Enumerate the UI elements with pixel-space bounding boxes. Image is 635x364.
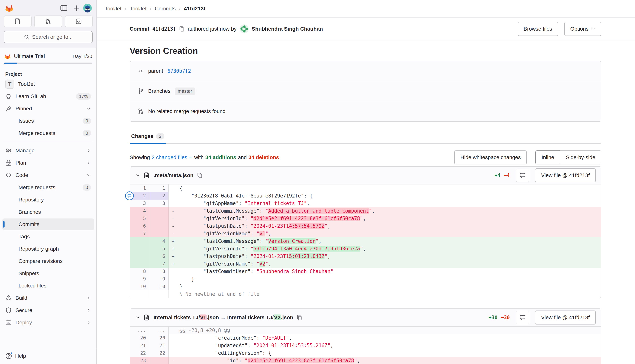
old-line-number[interactable]: 6 (130, 222, 149, 230)
old-line-number[interactable]: 22 (130, 349, 149, 357)
user-avatar[interactable] (83, 4, 92, 12)
old-line-number[interactable]: 20 (130, 334, 149, 342)
sidebar-item-pinned-issues[interactable]: Issues0 (2, 115, 94, 127)
new-line-number[interactable] (149, 230, 168, 237)
new-line-number[interactable]: 1 (149, 184, 168, 192)
sidebar-item-commits[interactable]: Commits (2, 218, 94, 230)
sidebar-item-branches[interactable]: Branches (2, 206, 94, 218)
sidebar-item-pinned[interactable]: Pinned (2, 103, 94, 114)
sidebar-collapse-icon[interactable] (60, 4, 68, 12)
sidebar-item-repository-graph[interactable]: Repository graph (2, 243, 94, 255)
new-line-number[interactable] (149, 207, 168, 215)
new-line-number[interactable]: 3 (149, 200, 168, 207)
sidebar-item-code-merge-requests[interactable]: Merge requests0 (2, 182, 94, 193)
old-line-number[interactable]: 4 (130, 207, 149, 215)
new-line-number[interactable]: 7 (149, 260, 168, 268)
inline-view-button[interactable]: Inline (536, 150, 560, 164)
trial-widget[interactable]: Ultimate Trial Day 1/30 (0, 48, 96, 64)
tab-changes[interactable]: Changes 2 (130, 133, 166, 143)
hide-whitespace-button[interactable]: Hide whitespace changes (454, 150, 527, 164)
old-line-number[interactable] (130, 245, 149, 252)
sidebar-item-tooljet[interactable]: TToolJet (2, 78, 94, 90)
sidebar-item-repository[interactable]: Repository (2, 194, 94, 206)
code-line: + "gitVersionName": "V2", (168, 260, 601, 268)
new-line-number[interactable]: 6 (149, 252, 168, 260)
comment-bubble-button[interactable] (125, 192, 134, 200)
new-line-number[interactable] (149, 290, 168, 298)
options-button[interactable]: Options (564, 22, 602, 36)
new-line-number[interactable]: 9 (149, 275, 168, 283)
view-file-button[interactable]: View file @ 41fd213f (535, 168, 596, 182)
old-line-number[interactable]: 9 (130, 275, 149, 283)
sidebar-item-learn-gitlab[interactable]: Learn GitLab17% (2, 90, 94, 102)
sidebar-item-compare-revisions[interactable]: Compare revisions (2, 255, 94, 267)
copy-path-icon[interactable] (197, 172, 202, 178)
old-line-number[interactable]: 8 (130, 268, 149, 275)
code-line: "editingVersion": { (168, 349, 601, 357)
old-line-number[interactable] (130, 290, 149, 298)
sidebar-item-secure[interactable]: Secure (2, 304, 94, 316)
comment-file-button[interactable] (516, 311, 529, 324)
breadcrumb-group[interactable]: ToolJet (105, 6, 122, 12)
shortcut-merge-requests-button[interactable] (34, 16, 62, 27)
old-line-number[interactable] (130, 237, 149, 245)
new-line-number[interactable] (149, 215, 168, 222)
old-line-number[interactable] (130, 260, 149, 268)
browse-files-button[interactable]: Browse files (518, 22, 558, 36)
old-line-number[interactable]: 7 (130, 230, 149, 237)
new-line-number[interactable]: 10 (149, 283, 168, 290)
diff-file-meta-json: .meta/meta.json +4 −4 View file @ 41fd21… (130, 166, 601, 298)
new-line-number[interactable]: ... (149, 326, 168, 334)
new-line-number[interactable]: 21 (149, 342, 168, 349)
sidebar-item-tags[interactable]: Tags (2, 231, 94, 242)
file-path[interactable]: .meta/meta.json (154, 172, 194, 178)
sidebar-item-locked-files[interactable]: Locked files (2, 280, 94, 292)
file-path[interactable]: Internal tickets TJ/v1.json → Internal t… (154, 314, 293, 320)
copy-sha-icon[interactable] (179, 26, 185, 32)
old-line-number[interactable]: 23 (130, 357, 149, 364)
old-line-number[interactable]: 5 (130, 215, 149, 222)
sidebar-item-build[interactable]: Build (2, 292, 94, 304)
new-line-number[interactable] (149, 357, 168, 364)
sidebar-item-code[interactable]: Code (2, 169, 94, 181)
commit-author-name[interactable]: Shubhendra Singh Chauhan (252, 26, 323, 32)
comment-file-button[interactable] (516, 168, 529, 182)
side-by-side-view-button[interactable]: Side-by-side (560, 150, 601, 164)
author-avatar[interactable] (240, 24, 249, 34)
copy-path-icon[interactable] (296, 315, 302, 320)
new-line-number[interactable]: 5 (149, 245, 168, 252)
shortcut-issues-button[interactable] (4, 16, 32, 27)
sidebar-item-pinned-merge-requests[interactable]: Merge requests0 (2, 128, 94, 139)
collapse-diff-icon[interactable] (135, 315, 140, 320)
code-line: + "gitVersionId": "59fc5794-13a0-4ec4-a7… (168, 245, 601, 252)
old-line-number[interactable]: 3 (130, 200, 149, 207)
old-line-number[interactable]: 21 (130, 342, 149, 349)
old-line-number[interactable]: 1 (130, 184, 149, 192)
new-line-number[interactable]: 2 (149, 192, 168, 200)
search-input[interactable]: Search or go to... (4, 31, 92, 43)
view-file-button[interactable]: View file @ 41fd213f (535, 310, 596, 324)
sidebar-item-help[interactable]: Help (5, 353, 34, 360)
new-line-number[interactable]: 20 (149, 334, 168, 342)
changed-files-link[interactable]: 2 changed files (152, 154, 192, 160)
new-line-number[interactable]: 4 (149, 237, 168, 245)
new-line-number[interactable]: 22 (149, 349, 168, 357)
new-menu-plus-icon[interactable] (72, 4, 80, 12)
new-line-number[interactable] (149, 222, 168, 230)
sidebar-item-manage[interactable]: Manage (2, 145, 94, 156)
sidebar-item-plan[interactable]: Plan (2, 157, 94, 169)
parent-sha-link[interactable]: 6730b7f2 (167, 68, 191, 74)
shortcut-todos-button[interactable] (65, 16, 92, 27)
new-line-number[interactable]: 8 (149, 268, 168, 275)
sidebar-item-snippets[interactable]: Snippets (2, 268, 94, 279)
gitlab-logo-icon[interactable] (4, 4, 14, 12)
collapse-diff-icon[interactable] (135, 173, 140, 178)
branch-badge[interactable]: master (174, 88, 195, 95)
old-line-number[interactable] (130, 252, 149, 260)
sidebar-item-deploy[interactable]: Deploy (2, 317, 94, 328)
chevron-down-icon (591, 27, 595, 31)
breadcrumb-commits[interactable]: Commits (155, 6, 176, 12)
old-line-number[interactable]: 10 (130, 283, 149, 290)
old-line-number[interactable]: ... (130, 326, 149, 334)
breadcrumb-project[interactable]: ToolJet (130, 6, 147, 12)
